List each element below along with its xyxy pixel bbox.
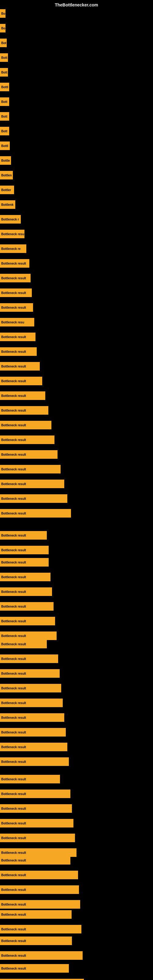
list-item: Bottleneck result xyxy=(0,757,69,766)
bar: Bottleneck result xyxy=(0,848,76,857)
bar: Bot xyxy=(0,38,7,47)
list-item: Bottleneck result xyxy=(0,558,49,566)
list-item: Bottleneck result xyxy=(0,775,60,783)
bar-label: Bottleneck result xyxy=(1,967,26,970)
list-item: Bottleneck result xyxy=(0,509,71,517)
list-item: Bottleneck result xyxy=(0,654,58,663)
bar: Bottleneck result xyxy=(0,789,70,798)
list-item: Bottleneck result xyxy=(0,910,72,919)
list-item: Bottleneck result xyxy=(0,819,73,827)
bar: Bottleneck r xyxy=(0,215,21,224)
bar-label: Bo xyxy=(1,12,5,15)
bar-label: Bottleneck re xyxy=(1,247,21,250)
bar-label: Bottleneck result xyxy=(1,807,26,810)
bar-label: Bottleneck result xyxy=(1,262,26,265)
bar-label: Bottleneck result xyxy=(1,453,26,456)
bar: Bottleneck result xyxy=(0,819,73,827)
bar-label: Bottl xyxy=(1,144,8,148)
bar: Bottleneck result xyxy=(0,669,60,678)
list-item: Bottleneck result xyxy=(0,937,72,945)
bar: Bottleneck re xyxy=(0,244,26,253)
bar-label: Bottleneck result xyxy=(1,701,26,705)
bar: Bottleneck result xyxy=(0,391,45,400)
bar-label: Bottleneck result xyxy=(1,590,26,593)
bar: Bottleneck result xyxy=(0,587,52,596)
bar-label: Bottleneck r xyxy=(1,218,19,221)
bar: Bott xyxy=(0,97,9,106)
bar-label: Bottleneck result xyxy=(1,468,26,471)
list-item: Bottleneck re xyxy=(0,244,26,253)
bar-label: Bottler xyxy=(1,188,11,192)
bar-label: Bottleneck result xyxy=(1,549,26,552)
bar-label: Bottleneck result xyxy=(1,438,26,442)
bar: Bottler xyxy=(0,186,14,194)
bar: Bottl xyxy=(0,83,9,91)
list-item: Bo xyxy=(0,9,5,18)
list-item: Bottleneck result xyxy=(0,288,32,297)
bar: Bottleneck result xyxy=(0,834,75,842)
bar-label: Bottleneck result xyxy=(1,335,26,339)
list-item: Bottleneck result xyxy=(0,602,54,611)
bar-label: Bottleneck result xyxy=(1,873,26,877)
bar: Bottlenk xyxy=(0,200,15,209)
bar-label: Bottleneck result xyxy=(1,836,26,840)
bar: Bott xyxy=(0,112,9,121)
bar: Bottle xyxy=(0,156,11,165)
bar-label: Bottleneck result xyxy=(1,512,26,515)
bar-label: Bottleneck result xyxy=(1,534,26,537)
bar: Bottleneck result xyxy=(0,713,64,722)
list-item: Bottleneck result xyxy=(0,632,57,640)
bar: Bottleneck result xyxy=(0,303,33,312)
bar: Bottleneck result xyxy=(0,979,84,980)
list-item: Bottleneck result xyxy=(0,979,84,980)
bar-label: Bottleneck result xyxy=(1,913,26,916)
bar: Bottleneck result xyxy=(0,288,32,297)
bar: Bottleneck result xyxy=(0,856,70,865)
bar-label: Bottleneck result xyxy=(1,672,26,675)
bar: Bottleneck result xyxy=(0,632,57,640)
bar: Bottleneck result xyxy=(0,465,61,474)
bar-label: Bottleneck resu xyxy=(1,321,24,324)
bar-label: Bottleneck result xyxy=(1,888,26,891)
bar-label: Bottleneck result xyxy=(1,291,26,294)
list-item: Bottleneck result xyxy=(0,885,79,894)
bar: Bottleneck result xyxy=(0,347,37,356)
list-item: Bottleneck result xyxy=(0,332,35,341)
bar: Bottleneck result xyxy=(0,332,35,341)
list-item: Bott xyxy=(0,68,8,76)
list-item: Bott xyxy=(0,53,8,62)
list-item: Bottleneck result xyxy=(0,789,70,798)
bar: Bott xyxy=(0,127,9,135)
bar-label: Bottleneck result xyxy=(1,731,26,734)
list-item: Bottleneck result xyxy=(0,465,61,474)
list-item: Bottleneck result xyxy=(0,848,76,857)
bar-label: Bottleneck result xyxy=(1,954,26,957)
bar: Bottleneck result xyxy=(0,910,72,919)
bar: Bottleneck result xyxy=(0,558,49,566)
list-item: Bottleneck result xyxy=(0,259,29,268)
list-item: Bottleneck result xyxy=(0,964,69,973)
list-item: Bottleneck result xyxy=(0,617,55,625)
list-item: Bottleneck result xyxy=(0,274,30,282)
bar-label: Bottleneck result xyxy=(1,350,26,353)
list-item: Bottleneck resu xyxy=(0,230,24,238)
bar: Bottleneck result xyxy=(0,362,40,371)
list-item: Bottleneck result xyxy=(0,421,51,430)
bar: Bottleneck result xyxy=(0,494,67,503)
bar-label: Bot xyxy=(1,41,6,45)
bar-label: Bottleneck result xyxy=(1,778,26,781)
bar-label: Bottleneck result xyxy=(1,859,26,862)
list-item: Bottleneck result xyxy=(0,951,83,960)
bar: Bottleneck result xyxy=(0,871,78,879)
list-item: Bottl xyxy=(0,142,10,150)
list-item: Bottleneck r xyxy=(0,215,21,224)
list-item: Bot xyxy=(0,38,7,47)
bar-label: Bottleneck result xyxy=(1,409,26,412)
bar-label: Bottleneck result xyxy=(1,903,26,906)
bar: Bottleneck result xyxy=(0,546,49,554)
list-item: Bottleneck result xyxy=(0,531,47,539)
list-item: Bottleneck result xyxy=(0,713,64,722)
list-item: Bottl xyxy=(0,83,9,91)
bar-label: Bottleneck result xyxy=(1,423,26,427)
bar: Bottleneck result xyxy=(0,684,61,692)
